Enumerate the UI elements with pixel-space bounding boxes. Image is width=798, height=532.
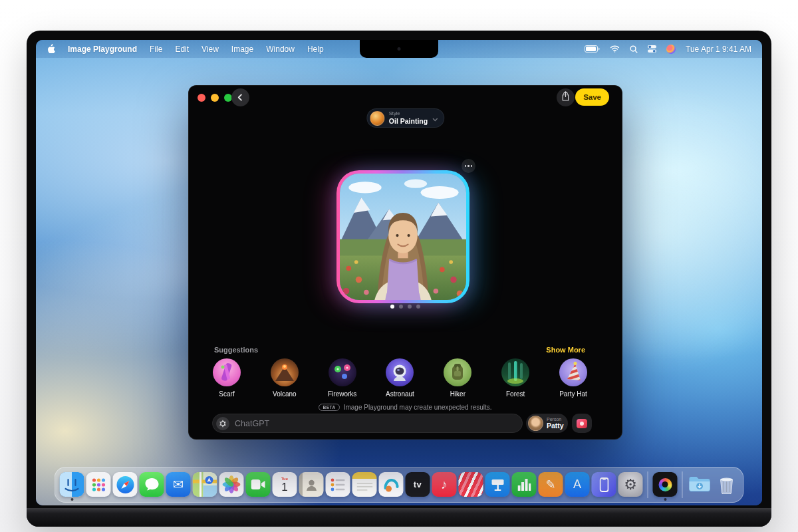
suggestion-forest[interactable]: Forest	[495, 358, 536, 398]
dock-photos[interactable]	[219, 468, 244, 501]
apple-menu-icon[interactable]	[47, 43, 55, 55]
battery-icon[interactable]	[585, 45, 600, 53]
suggestion-fireworks[interactable]: Fireworks	[322, 358, 363, 398]
dock-iphone-mirroring[interactable]	[592, 468, 616, 501]
suggestion-label: Scarf	[219, 390, 234, 398]
close-button[interactable]	[198, 94, 205, 102]
menubar-clock[interactable]: Tue Apr 1 9:41 AM	[686, 45, 751, 54]
page-dot[interactable]	[416, 305, 420, 309]
minimize-button[interactable]	[211, 94, 219, 102]
scarf-icon	[213, 358, 241, 386]
dock-keynote[interactable]	[485, 468, 510, 501]
suggestion-label: Hiker	[450, 390, 466, 398]
dock-facetime[interactable]	[246, 468, 271, 501]
dock-news[interactable]	[459, 468, 483, 501]
dock-music[interactable]: ♪	[432, 468, 457, 501]
dock-divider	[682, 471, 683, 498]
menu-edit[interactable]: Edit	[175, 45, 189, 54]
wifi-icon[interactable]	[610, 45, 620, 53]
generated-image	[340, 174, 466, 300]
more-options-button[interactable]	[462, 159, 475, 173]
dock-notes[interactable]	[352, 468, 377, 501]
hiker-icon	[444, 358, 471, 386]
dock-trash[interactable]	[714, 468, 739, 501]
person-chip-value: Patty	[547, 422, 564, 430]
chatgpt-icon	[216, 417, 229, 430]
envelope-icon: ✉	[173, 478, 184, 491]
dock-mail[interactable]: ✉	[166, 468, 191, 501]
forest-icon	[501, 358, 529, 386]
dock-launchpad[interactable]	[86, 468, 111, 501]
person-chip[interactable]: Person Patty	[526, 414, 568, 433]
person-avatar	[528, 416, 543, 431]
dock-app-store[interactable]: A	[565, 468, 590, 501]
share-icon	[561, 91, 570, 104]
beta-badge: BETA	[319, 404, 339, 411]
style-picker[interactable]: Style Oil Painting	[366, 108, 444, 128]
dock-system-settings[interactable]: ⚙	[618, 468, 643, 501]
suggestions-row: Scarf Volcano Fireworks	[206, 358, 594, 398]
menu-view[interactable]: View	[201, 45, 219, 54]
suggestion-scarf[interactable]: Scarf	[206, 358, 247, 398]
dock-divider	[648, 471, 648, 498]
chevron-down-icon	[432, 112, 438, 124]
dock-safari[interactable]	[113, 468, 138, 501]
menu-window[interactable]: Window	[266, 45, 295, 54]
save-button[interactable]: Save	[575, 88, 609, 106]
chevron-left-icon	[237, 92, 244, 104]
camera-icon	[398, 47, 401, 51]
back-button[interactable]	[231, 88, 249, 106]
image-playground-window: Style Oil Painting Save	[188, 85, 622, 440]
dock-downloads[interactable]	[688, 468, 712, 501]
dock-freeform[interactable]	[379, 468, 404, 501]
share-button[interactable]	[557, 88, 575, 106]
app-store-glyph: A	[573, 477, 581, 491]
suggestion-volcano[interactable]: Volcano	[264, 358, 305, 398]
menu-help[interactable]: Help	[307, 45, 324, 54]
dock-finder[interactable]	[60, 468, 84, 501]
astronaut-icon	[386, 358, 414, 386]
style-picker-value: Oil Painting	[389, 117, 428, 125]
pagination-dots[interactable]	[189, 305, 622, 309]
generated-image-frame	[336, 170, 469, 303]
music-note-icon: ♪	[441, 478, 448, 491]
gear-icon: ⚙	[624, 477, 637, 492]
dock-image-playground[interactable]	[653, 468, 678, 501]
screen: Image Playground File Edit View Image Wi…	[36, 40, 762, 505]
dock-contacts[interactable]	[299, 468, 324, 501]
menu-file[interactable]: File	[150, 45, 162, 54]
suggestion-label: Astronaut	[386, 390, 414, 398]
suggestion-astronaut[interactable]: Astronaut	[379, 358, 420, 398]
dock-calendar[interactable]: Tue 1	[273, 468, 297, 501]
macbook: Image Playground File Edit View Image Wi…	[27, 31, 771, 527]
page-dot[interactable]	[399, 305, 403, 309]
dock-pages[interactable]: ✎	[539, 468, 563, 501]
siri-icon[interactable]	[666, 45, 676, 54]
style-picker-label: Style	[389, 111, 428, 117]
dock-messages[interactable]	[140, 468, 164, 501]
suggestion-label: Fireworks	[328, 390, 356, 398]
show-more-link[interactable]: Show More	[546, 346, 585, 354]
dock-reminders[interactable]	[326, 468, 350, 501]
photo-picker-button[interactable]	[572, 414, 592, 433]
dock-numbers[interactable]	[512, 468, 537, 501]
suggestion-hiker[interactable]: Hiker	[437, 358, 478, 398]
prompt-placeholder: ChatGPT	[235, 419, 269, 428]
prompt-input[interactable]: ChatGPT	[212, 414, 523, 433]
page-dot-active[interactable]	[390, 305, 394, 309]
suggestion-party-hat[interactable]: Party Hat	[553, 358, 594, 398]
control-center-icon[interactable]	[648, 45, 656, 53]
dock-tv[interactable]: tv	[406, 468, 430, 501]
macbook-base	[27, 508, 771, 527]
style-thumbnail-icon	[370, 111, 384, 126]
menubar-app-name[interactable]: Image Playground	[68, 45, 137, 54]
disclaimer-text: Image Playground may create unexpected r…	[344, 404, 492, 411]
search-icon[interactable]	[630, 45, 638, 53]
dock-maps[interactable]	[193, 468, 217, 501]
calendar-day: 1	[281, 481, 287, 493]
running-indicator	[664, 498, 666, 501]
suggestion-label: Party Hat	[559, 390, 587, 398]
page-dot[interactable]	[408, 305, 412, 309]
photos-icon	[577, 419, 587, 428]
menu-image[interactable]: Image	[231, 45, 253, 54]
